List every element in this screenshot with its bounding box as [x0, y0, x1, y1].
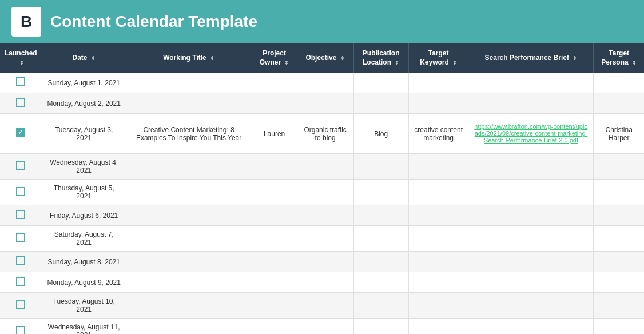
project-owner-cell	[252, 180, 297, 205]
table-row: Wednesday, August 4, 2021	[0, 154, 644, 180]
sort-icon-persona[interactable]: ⇕	[632, 60, 637, 67]
sort-icon-objective[interactable]: ⇕	[340, 55, 345, 62]
launched-cell[interactable]	[0, 252, 42, 272]
publication-location-cell	[353, 205, 408, 226]
target-persona-cell	[594, 93, 644, 114]
sort-icon-owner[interactable]: ⇕	[284, 60, 289, 67]
launched-cell[interactable]	[0, 293, 42, 319]
launched-cell[interactable]	[0, 319, 42, 334]
target-keyword-cell	[408, 205, 468, 226]
date-cell: Sunday, August 8, 2021	[42, 252, 126, 272]
working-title-cell	[126, 205, 252, 226]
working-title-cell	[126, 272, 252, 293]
objective-cell	[297, 293, 353, 319]
project-owner-cell	[252, 205, 297, 226]
publication-location-cell	[353, 93, 408, 114]
sort-icon-launched[interactable]: ⇕	[19, 60, 24, 67]
target-keyword-cell	[408, 293, 468, 319]
target-persona-cell	[594, 205, 644, 226]
col-working-title: Working Title ⇕	[126, 43, 252, 73]
project-owner-cell: Lauren	[252, 114, 297, 154]
search-performance-brief-cell[interactable]: https://www.brafton.com/wp-content/uploa…	[468, 114, 594, 154]
brief-link[interactable]: https://www.brafton.com/wp-content/uploa…	[473, 123, 589, 144]
date-cell: Saturday, August 7, 2021	[42, 226, 126, 252]
publication-location-cell	[353, 180, 408, 205]
search-performance-brief-cell	[468, 205, 594, 226]
date-cell: Wednesday, August 11, 2021	[42, 319, 126, 334]
date-cell: Tuesday, August 3, 2021	[42, 114, 126, 154]
brand-logo: B	[11, 7, 41, 37]
date-cell: Monday, August 2, 2021	[42, 93, 126, 114]
launched-checkbox[interactable]	[16, 161, 25, 170]
col-project-owner: Project Owner ⇕	[252, 43, 297, 73]
table-row: Thursday, August 5, 2021	[0, 180, 644, 205]
table-row: Monday, August 2, 2021	[0, 93, 644, 114]
publication-location-cell	[353, 73, 408, 93]
app-header: B Content Calendar Template	[0, 0, 644, 43]
launched-checkbox[interactable]	[16, 187, 25, 196]
sort-icon-keyword[interactable]: ⇕	[452, 60, 457, 67]
launched-cell[interactable]	[0, 73, 42, 93]
table-row: Sunday, August 8, 2021	[0, 252, 644, 272]
target-persona-cell	[594, 154, 644, 180]
table-row: Tuesday, August 3, 2021Creative Content …	[0, 114, 644, 154]
launched-cell[interactable]	[0, 226, 42, 252]
target-keyword-cell	[408, 319, 468, 334]
working-title-cell	[126, 252, 252, 272]
project-owner-cell	[252, 319, 297, 334]
table-row: Friday, August 6, 2021	[0, 205, 644, 226]
launched-checkbox[interactable]	[16, 256, 25, 265]
working-title-cell	[126, 293, 252, 319]
launched-checkbox[interactable]	[16, 326, 25, 334]
working-title-cell	[126, 154, 252, 180]
launched-cell[interactable]	[0, 205, 42, 226]
objective-cell	[297, 252, 353, 272]
project-owner-cell	[252, 93, 297, 114]
search-performance-brief-cell	[468, 154, 594, 180]
launched-cell[interactable]	[0, 114, 42, 154]
launched-checkbox[interactable]	[16, 77, 25, 86]
search-performance-brief-cell	[468, 93, 594, 114]
search-performance-brief-cell	[468, 252, 594, 272]
search-performance-brief-cell	[468, 272, 594, 293]
target-keyword-cell	[408, 73, 468, 93]
table-row: Monday, August 9, 2021	[0, 272, 644, 293]
launched-checkbox[interactable]	[16, 300, 25, 309]
launched-checkbox[interactable]	[16, 128, 25, 137]
search-performance-brief-cell	[468, 319, 594, 334]
sort-icon-date[interactable]: ⇕	[91, 55, 96, 62]
date-cell: Tuesday, August 10, 2021	[42, 293, 126, 319]
date-cell: Wednesday, August 4, 2021	[42, 154, 126, 180]
launched-cell[interactable]	[0, 180, 42, 205]
launched-cell[interactable]	[0, 154, 42, 180]
project-owner-cell	[252, 154, 297, 180]
objective-cell	[297, 205, 353, 226]
date-cell: Monday, August 9, 2021	[42, 272, 126, 293]
sort-icon-pub[interactable]: ⇕	[395, 60, 399, 67]
launched-checkbox[interactable]	[16, 233, 25, 242]
target-persona-cell	[594, 73, 644, 93]
launched-cell[interactable]	[0, 93, 42, 114]
sort-icon-brief[interactable]: ⇕	[573, 55, 577, 62]
project-owner-cell	[252, 252, 297, 272]
target-persona-cell	[594, 293, 644, 319]
project-owner-cell	[252, 226, 297, 252]
content-calendar-table: Launched ⇕ Date ⇕ Working Title ⇕ Projec…	[0, 43, 644, 334]
table-row: Wednesday, August 11, 2021	[0, 319, 644, 334]
working-title-cell: Creative Content Marketing: 8 Examples T…	[126, 114, 252, 154]
sort-icon-title[interactable]: ⇕	[210, 55, 214, 62]
working-title-cell	[126, 319, 252, 334]
launched-cell[interactable]	[0, 272, 42, 293]
working-title-cell	[126, 226, 252, 252]
publication-location-cell	[353, 252, 408, 272]
publication-location-cell	[353, 226, 408, 252]
objective-cell	[297, 226, 353, 252]
target-persona-cell	[594, 272, 644, 293]
objective-cell: Organic traffic to blog	[297, 114, 353, 154]
search-performance-brief-cell	[468, 180, 594, 205]
launched-checkbox[interactable]	[16, 210, 25, 219]
col-target-keyword: Target Keyword ⇕	[408, 43, 468, 73]
objective-cell	[297, 93, 353, 114]
launched-checkbox[interactable]	[16, 277, 25, 286]
launched-checkbox[interactable]	[16, 98, 25, 107]
